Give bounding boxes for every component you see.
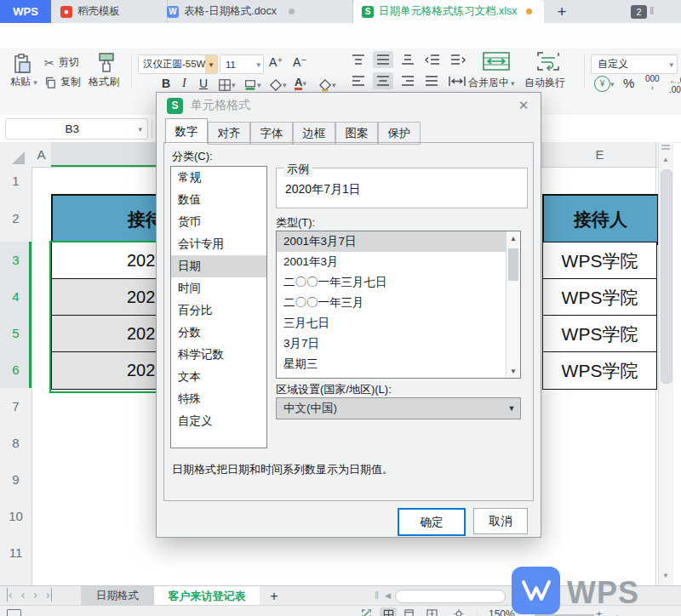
locale-select[interactable]: 中文(中国) ▼ [276, 397, 521, 419]
cell-b3[interactable]: 202 [51, 242, 172, 280]
type-option[interactable]: 星期三 [277, 354, 506, 374]
row-header-4[interactable]: 4 [0, 278, 32, 316]
cell-e2-table-header[interactable]: 接待人 [542, 194, 659, 245]
align-center-icon[interactable] [373, 72, 393, 89]
locale-caret-icon[interactable]: ▼ [503, 404, 520, 413]
horizontal-scrollbar[interactable] [395, 590, 506, 603]
cell-b6[interactable]: 202 [51, 351, 172, 390]
increase-font-button[interactable]: A⁺ [269, 55, 283, 69]
window-count-badge[interactable]: 2 [631, 5, 647, 19]
wrap-text-icon[interactable] [536, 51, 560, 71]
italic-button[interactable]: I [182, 77, 186, 90]
column-header-e[interactable]: E [542, 142, 656, 167]
align-right-icon[interactable] [400, 75, 415, 88]
scroll-up-icon[interactable]: ▲ [662, 156, 669, 163]
vertical-scrollbar[interactable]: ▲ ▼ [658, 142, 673, 585]
decimal-button[interactable]: ←.0.00 [669, 76, 681, 94]
prev-sheet-icon[interactable]: ‹ [21, 588, 26, 602]
close-icon[interactable]: ✕ [513, 97, 534, 114]
decrease-font-button[interactable]: A⁻ [293, 55, 307, 69]
font-size-select[interactable]: 11 ▾ [220, 54, 264, 74]
row-header-3[interactable]: 3 [0, 242, 32, 279]
row-header-11[interactable]: 11 [0, 534, 32, 572]
align-bottom-icon[interactable] [400, 54, 415, 66]
category-custom[interactable]: 自定义 [171, 410, 266, 432]
sheet-tab-date-format[interactable]: 日期格式 [81, 586, 154, 606]
dialog-tab-number[interactable]: 数字 [165, 118, 208, 144]
shading-button[interactable]: ▾ [269, 78, 287, 92]
zoom-level[interactable]: 150% [489, 608, 515, 616]
cell-e3[interactable]: WPS学院 [542, 242, 657, 280]
borders-button[interactable]: ▾ [218, 78, 236, 92]
scroll-up-icon[interactable]: ▲ [506, 231, 520, 245]
wps-home-tab[interactable]: WPS [0, 0, 51, 23]
ok-button[interactable]: 确定 [398, 508, 466, 536]
type-option[interactable]: 2001年3月 [277, 252, 506, 272]
dialog-tab-border[interactable]: 边框 [293, 122, 335, 145]
increase-indent-icon[interactable] [449, 54, 466, 66]
currency-format-button[interactable]: ¥ ▾ [594, 76, 615, 92]
row-header-9[interactable]: 9 [0, 461, 32, 499]
number-format-select[interactable]: 自定义 ▾ [591, 54, 678, 74]
distribute-icon[interactable] [448, 75, 466, 88]
align-middle-icon[interactable] [373, 51, 393, 68]
first-sheet-icon[interactable]: ‹ [7, 588, 13, 602]
type-option[interactable]: 2001年3月7日 [277, 231, 506, 252]
select-all-corner[interactable] [12, 151, 25, 164]
scroll-down-icon[interactable]: ▼ [662, 572, 669, 579]
align-left-icon[interactable] [351, 75, 366, 88]
row-header-7[interactable]: 7 [0, 388, 32, 425]
category-number[interactable]: 数值 [171, 189, 266, 211]
scrollbar-thumb[interactable] [508, 248, 518, 281]
category-time[interactable]: 时间 [171, 277, 266, 299]
highlight-button[interactable]: ▾ [318, 78, 336, 92]
dialog-tab-pattern[interactable]: 图案 [335, 122, 378, 145]
category-accounting[interactable]: 会计专用 [171, 233, 266, 255]
tab-scroll-split-icon[interactable]: ‖ [375, 590, 379, 602]
template-store-tab[interactable]: ● 稻壳模板 [52, 0, 168, 23]
format-painter-icon[interactable] [97, 52, 116, 73]
type-option[interactable]: 二〇〇一年三月七日 [277, 272, 506, 293]
cell-e5[interactable]: WPS学院 [542, 315, 657, 353]
font-name-select[interactable]: 汉仪正圆-55W ▾ [138, 54, 218, 74]
underline-button[interactable]: U [199, 77, 208, 90]
font-name-caret-icon[interactable]: ▾ [205, 55, 217, 73]
type-option[interactable]: 二〇〇一年三月 [277, 293, 506, 313]
merge-center-button[interactable]: 合并居中▾ [468, 76, 515, 90]
cell-b4[interactable]: 202 [51, 278, 172, 317]
category-list[interactable]: 常规 数值 货币 会计专用 日期 时间 百分比 分数 科学记数 文本 特殊 自定… [170, 166, 267, 448]
paste-icon[interactable] [13, 53, 33, 75]
page-break-view-icon[interactable] [426, 608, 438, 616]
dialog-tab-font[interactable]: 字体 [250, 122, 293, 145]
reading-mode-icon[interactable] [453, 608, 465, 616]
percent-format-button[interactable]: % [623, 76, 634, 90]
row-header-6[interactable]: 6 [0, 351, 32, 389]
type-option[interactable]: 三月七日 [277, 313, 506, 334]
wrap-text-button[interactable]: 自动换行 [524, 76, 565, 90]
format-painter-button[interactable]: 格式刷 [89, 75, 119, 89]
column-header-b-selected[interactable] [51, 142, 170, 167]
category-text[interactable]: 文本 [171, 366, 266, 388]
page-layout-view-icon[interactable] [403, 608, 415, 616]
active-spreadsheet-tab[interactable]: S 日期单元格格式练习文档.xlsx [353, 0, 544, 23]
type-list-scrollbar[interactable]: ▲ ▼ [506, 231, 520, 378]
fill-color-button[interactable]: ▾ [243, 78, 261, 92]
row-header-10[interactable]: 10 [0, 498, 32, 535]
name-box[interactable]: B3 ▾ [5, 118, 148, 140]
category-scientific[interactable]: 科学记数 [171, 344, 266, 366]
type-option[interactable]: 3月7日 [277, 334, 506, 354]
row-header-1[interactable]: 1 [0, 167, 32, 195]
row-header-5[interactable]: 5 [0, 315, 32, 352]
row-header-2[interactable]: 2 [0, 194, 32, 242]
category-percentage[interactable]: 百分比 [171, 299, 266, 322]
scroll-down-icon[interactable]: ▼ [506, 364, 520, 378]
decrease-indent-icon[interactable] [424, 54, 441, 66]
align-top-icon[interactable] [351, 54, 366, 66]
new-tab-button[interactable]: + [552, 1, 572, 22]
dialog-title-bar[interactable]: S 单元格格式 ✕ [157, 93, 541, 118]
category-fraction[interactable]: 分数 [171, 322, 266, 344]
category-date[interactable]: 日期 [171, 255, 266, 277]
writer-document-tab[interactable]: W 表格-日期格式.docx [158, 0, 353, 23]
normal-view-icon[interactable] [380, 607, 397, 616]
sheet-tab-visitor-log-active[interactable]: 客户来访登记表 [154, 586, 260, 606]
